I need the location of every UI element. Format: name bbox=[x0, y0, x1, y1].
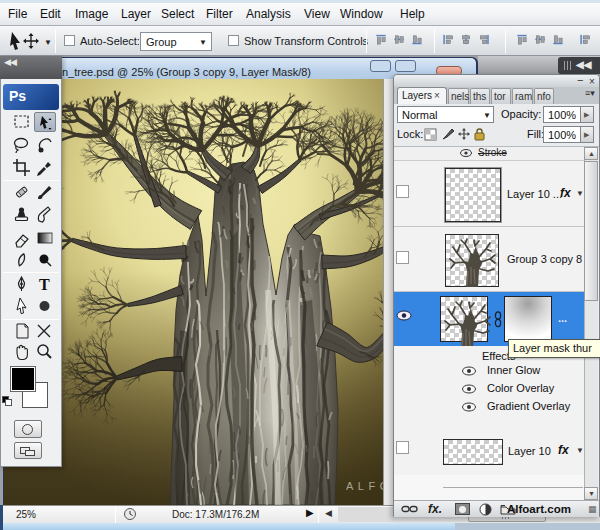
svg-text:T: T bbox=[39, 276, 50, 293]
